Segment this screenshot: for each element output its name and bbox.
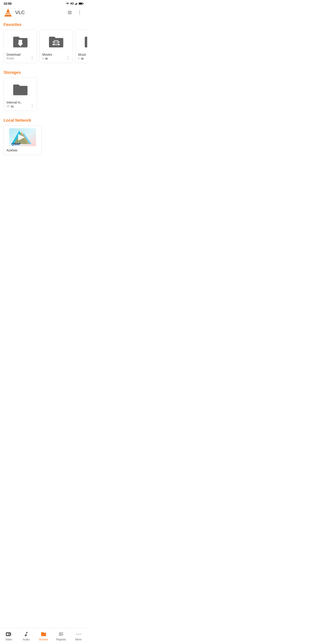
favorites-cards-row: Download Empty ⋮ bbox=[0, 29, 87, 67]
app-title: VLC bbox=[15, 10, 66, 16]
music-folder-count-icon bbox=[81, 57, 84, 60]
local-network-section: Local Network bbox=[0, 114, 87, 158]
status-time: 10:00 bbox=[4, 2, 12, 5]
battery-icon bbox=[79, 2, 84, 5]
list-view-button[interactable] bbox=[66, 8, 74, 16]
local-network-cards: QNAP AzaNas bbox=[0, 124, 87, 158]
qnap-logo-area: QNAP bbox=[9, 128, 36, 146]
download-folder-icon bbox=[12, 35, 28, 48]
svg-rect-21 bbox=[58, 42, 60, 44]
music-card-icon-area: ♪ bbox=[83, 33, 87, 50]
svg-rect-1 bbox=[76, 3, 76, 5]
storages-title: Storages bbox=[0, 67, 87, 77]
qnap-card-label: AzaNas bbox=[6, 148, 39, 152]
movies-card-icon-area bbox=[47, 33, 65, 50]
svg-rect-11 bbox=[4, 16, 12, 16]
status-icons: 4G bbox=[66, 2, 84, 5]
status-bar: 10:00 4G bbox=[0, 0, 87, 6]
overflow-menu-icon bbox=[77, 10, 82, 15]
svg-rect-0 bbox=[75, 4, 75, 5]
movies-folder-icon bbox=[48, 35, 64, 48]
wifi-icon bbox=[66, 2, 69, 5]
music-card-sublabel: 1 bbox=[78, 57, 87, 60]
qnap-card[interactable]: QNAP AzaNas bbox=[4, 126, 42, 155]
music-card-label: Music bbox=[78, 53, 87, 56]
svg-rect-19 bbox=[52, 42, 54, 44]
internal-storage-more-button[interactable]: ⋮ bbox=[29, 103, 35, 108]
storages-section: Storages Internal m.. 13 ⋮ bbox=[0, 67, 87, 114]
svg-rect-2 bbox=[76, 3, 77, 5]
main-content: Favorites Download Empty ⋮ bbox=[0, 19, 87, 185]
list-view-icon bbox=[67, 10, 72, 15]
svg-rect-15 bbox=[18, 40, 22, 44]
music-card[interactable]: ♪ Music 1 ⋮ bbox=[75, 30, 87, 63]
movies-folder-count-icon bbox=[45, 57, 48, 60]
download-card-more-button[interactable]: ⋮ bbox=[29, 55, 35, 60]
favorites-title: Favorites bbox=[0, 19, 87, 29]
svg-rect-22 bbox=[54, 41, 58, 45]
movies-card[interactable]: Movies 1 ⋮ bbox=[39, 30, 73, 63]
storages-cards: Internal m.. 13 ⋮ bbox=[0, 77, 87, 114]
svg-rect-3 bbox=[77, 2, 78, 5]
qnap-logo-icon: QNAP bbox=[9, 128, 36, 146]
app-bar: VLC bbox=[0, 6, 87, 19]
internal-storage-icon-area bbox=[12, 80, 29, 98]
signal-icon bbox=[75, 2, 78, 5]
internal-folder-icon bbox=[12, 83, 28, 96]
svg-rect-18 bbox=[52, 40, 54, 42]
movies-card-more-button[interactable]: ⋮ bbox=[65, 55, 71, 60]
svg-text:QNAP: QNAP bbox=[12, 142, 20, 146]
svg-rect-20 bbox=[58, 40, 60, 42]
svg-rect-6 bbox=[79, 3, 82, 4]
app-bar-actions bbox=[66, 8, 84, 16]
svg-point-13 bbox=[80, 12, 80, 13]
svg-point-14 bbox=[80, 14, 80, 14]
favorites-section: Favorites Download Empty ⋮ bbox=[0, 19, 87, 67]
svg-rect-5 bbox=[83, 3, 84, 4]
local-network-title: Local Network bbox=[0, 114, 87, 124]
signal-text: 4G bbox=[70, 2, 74, 5]
vlc-logo bbox=[4, 8, 12, 17]
download-card[interactable]: Download Empty ⋮ bbox=[4, 30, 37, 63]
internal-storage-card[interactable]: Internal m.. 13 ⋮ bbox=[4, 78, 37, 111]
svg-point-12 bbox=[80, 11, 80, 12]
overflow-menu-button[interactable] bbox=[76, 8, 84, 16]
download-card-icon-area bbox=[12, 33, 29, 50]
music-folder-icon: ♪ bbox=[84, 35, 87, 48]
storage-folder-count-icon bbox=[11, 105, 14, 108]
